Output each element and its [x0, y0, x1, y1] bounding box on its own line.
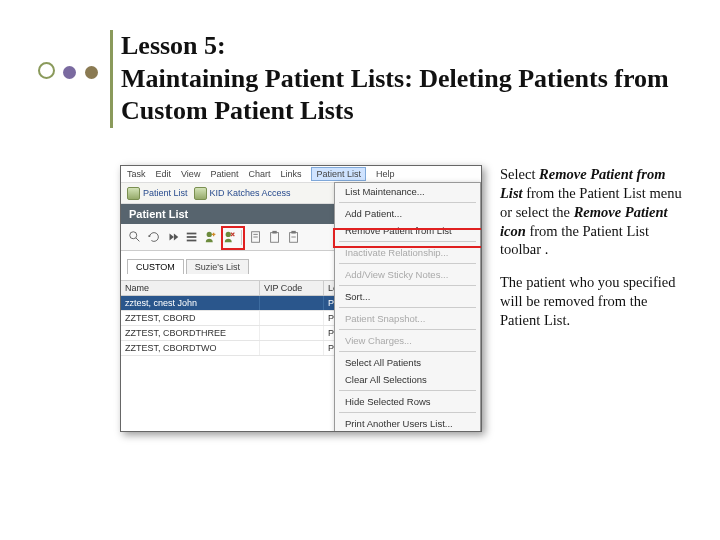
note-icon[interactable]	[248, 230, 263, 245]
svg-rect-10	[270, 233, 278, 243]
svg-rect-3	[186, 236, 196, 238]
menu-separator	[339, 285, 476, 286]
patient-list-icon	[127, 187, 140, 200]
menu-item-select-all[interactable]: Select All Patients	[335, 354, 480, 371]
link-kid-katches[interactable]: KID Katches Access	[194, 187, 291, 200]
menu-item-sort[interactable]: Sort...	[335, 288, 480, 305]
menu-edit[interactable]: Edit	[156, 169, 172, 179]
search-icon[interactable]	[127, 230, 142, 245]
instruction-text: Select Remove Patient from List from the…	[500, 165, 685, 432]
menu-separator	[339, 307, 476, 308]
menu-separator	[339, 390, 476, 391]
dot-icon	[63, 66, 76, 79]
menu-patient-list[interactable]: Patient List	[311, 167, 366, 181]
menu-item-patient-snapshot: Patient Snapshot...	[335, 310, 480, 327]
menu-separator	[339, 351, 476, 352]
menu-item-print-users-list[interactable]: Print Another Users List...	[335, 415, 480, 432]
dot-icon	[85, 66, 98, 79]
instruction-paragraph-2: The patient who you specified will be re…	[500, 273, 685, 330]
menu-task[interactable]: Task	[127, 169, 146, 179]
link-patient-list[interactable]: Patient List	[127, 187, 188, 200]
list-icon[interactable]	[184, 230, 199, 245]
remove-patient-icon[interactable]	[222, 230, 237, 245]
add-patient-icon[interactable]	[203, 230, 218, 245]
menu-item-sticky-notes: Add/View Sticky Notes...	[335, 266, 480, 283]
svg-rect-2	[186, 233, 196, 235]
menu-separator	[339, 263, 476, 264]
slide: Lesson 5: Maintaining Patient Lists: Del…	[0, 0, 720, 540]
menu-item-clear-all[interactable]: Clear All Selections	[335, 371, 480, 388]
cell-vip	[260, 326, 324, 340]
forward-icon[interactable]	[165, 230, 180, 245]
menu-patient[interactable]: Patient	[210, 169, 238, 179]
instruction-paragraph-1: Select Remove Patient from List from the…	[500, 165, 685, 259]
svg-rect-11	[272, 231, 276, 234]
svg-point-6	[225, 232, 230, 237]
menu-separator	[339, 241, 476, 242]
menu-item-remove-patient[interactable]: Remove Patient from List	[335, 222, 480, 239]
patient-list-menu: List Maintenance... Add Patient... Remov…	[334, 182, 481, 432]
decorative-dots	[38, 62, 102, 83]
menu-separator	[339, 329, 476, 330]
svg-point-5	[206, 232, 211, 237]
menu-links[interactable]: Links	[280, 169, 301, 179]
title-line-2: Maintaining Patient Lists: Deleting Pati…	[121, 64, 669, 126]
cell-name: ZZTEST, CBORD	[121, 311, 260, 325]
clipboard-icon[interactable]	[267, 230, 282, 245]
menu-item-hide-selected[interactable]: Hide Selected Rows	[335, 393, 480, 410]
cell-vip	[260, 296, 324, 310]
tab-suzies-list[interactable]: Suzie's List	[186, 259, 249, 274]
cell-name: ZZTEST, CBORDTHREE	[121, 326, 260, 340]
menu-separator	[339, 412, 476, 413]
svg-rect-4	[186, 240, 196, 242]
tab-custom[interactable]: CUSTOM	[127, 259, 184, 274]
menu-chart[interactable]: Chart	[248, 169, 270, 179]
dot-icon	[38, 62, 55, 79]
cell-vip	[260, 341, 324, 355]
menu-item-list-maintenance[interactable]: List Maintenance...	[335, 183, 480, 200]
menu-separator	[339, 202, 476, 203]
menu-item-add-patient[interactable]: Add Patient...	[335, 205, 480, 222]
svg-rect-13	[291, 231, 295, 234]
cell-vip	[260, 311, 324, 325]
refresh-icon[interactable]	[146, 230, 161, 245]
clipboard2-icon[interactable]	[286, 230, 301, 245]
cell-name: ZZTEST, CBORDTWO	[121, 341, 260, 355]
toolbar-separator	[241, 230, 244, 245]
svg-line-1	[135, 238, 139, 242]
svg-point-0	[129, 232, 136, 239]
kid-katches-icon	[194, 187, 207, 200]
cell-name: zztest, cnest John	[121, 296, 260, 310]
menu-item-view-charges: View Charges...	[335, 332, 480, 349]
menu-item-inactivate-relationship: Inactivate Relationship...	[335, 244, 480, 261]
title-line-1: Lesson 5:	[121, 31, 226, 60]
col-name[interactable]: Name	[121, 281, 260, 295]
menubar: Task Edit View Patient Chart Links Patie…	[121, 166, 481, 183]
menu-view[interactable]: View	[181, 169, 200, 179]
slide-title: Lesson 5: Maintaining Patient Lists: Del…	[110, 30, 670, 128]
menu-help[interactable]: Help	[376, 169, 395, 179]
screenshot-figure: Task Edit View Patient Chart Links Patie…	[120, 165, 482, 432]
col-vip[interactable]: VIP Code	[260, 281, 324, 295]
